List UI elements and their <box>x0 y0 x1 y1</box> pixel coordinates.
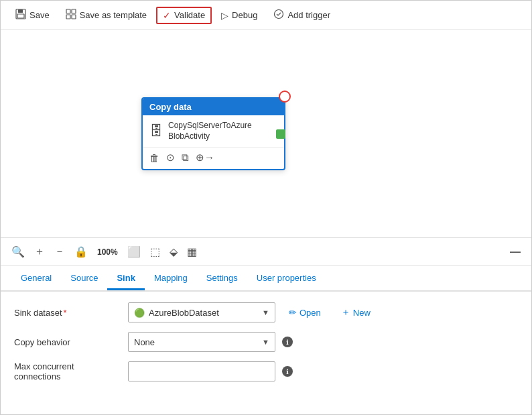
save-icon <box>15 9 26 21</box>
copy-behavior-select[interactable]: None ▼ <box>128 332 275 352</box>
sink-dataset-select[interactable]: 🟢 AzureBlobDataset ▼ <box>128 302 275 322</box>
grid-tool[interactable]: ▦ <box>187 245 197 258</box>
validate-label: Validate <box>174 10 205 20</box>
sink-dataset-value: AzureBlobDataset <box>149 308 219 318</box>
copy-behavior-dropdown-arrow: ▼ <box>262 338 269 346</box>
add-act-icon[interactable]: ⊕→ <box>196 152 214 164</box>
svg-rect-1 <box>18 9 23 13</box>
activity-body: 🗄 CopySqlServerToAzureBlobActivity <box>143 115 284 147</box>
tab-sink[interactable]: Sink <box>107 268 144 290</box>
copy-behavior-row: Copy behavior None ▼ ℹ <box>14 332 518 352</box>
copy-behavior-controls: None ▼ ℹ <box>128 332 518 352</box>
max-concurrent-label: Max concurrentconnections <box>14 361 128 381</box>
debug-icon: ▷ <box>221 10 228 21</box>
debug-label: Debug <box>232 10 257 20</box>
plus-icon: ＋ <box>341 306 350 318</box>
svg-rect-6 <box>72 15 76 19</box>
activity-node[interactable]: Copy data 🗄 CopySqlServerToAzureBlobActi… <box>141 97 285 170</box>
database-icon: 🗄 <box>149 123 163 139</box>
info-act-icon[interactable]: ⊙ <box>166 152 175 164</box>
max-concurrent-input[interactable] <box>128 361 275 381</box>
copy-behavior-info-icon[interactable]: ℹ <box>282 337 293 347</box>
max-concurrent-info-icon[interactable]: ℹ <box>282 366 293 377</box>
tab-user-properties[interactable]: User properties <box>247 268 326 290</box>
activity-name: CopySqlServerToAzureBlobActivity <box>168 121 252 141</box>
lock-tool[interactable]: 🔒 <box>74 245 88 258</box>
copy-act-icon[interactable]: ⧉ <box>182 152 189 164</box>
tab-mapping[interactable]: Mapping <box>145 268 197 290</box>
add-trigger-label: Add trigger <box>287 10 330 20</box>
add-trigger-button[interactable]: Add trigger <box>267 5 337 25</box>
svg-rect-4 <box>72 9 76 13</box>
sink-dataset-label: Sink dataset* <box>14 308 128 318</box>
validate-icon: ✓ <box>163 10 171 21</box>
pencil-icon: ✏ <box>289 307 297 318</box>
delete-icon[interactable]: 🗑 <box>149 152 159 164</box>
main-toolbar: Save Save as template ✓ Validate ▷ Debug… <box>1 1 531 30</box>
save-template-label: Save as template <box>80 10 147 20</box>
zoom-out-tool[interactable]: － <box>54 245 65 259</box>
new-button[interactable]: ＋ New <box>334 304 377 321</box>
dataset-icon: 🟢 <box>134 308 145 318</box>
tabs-container: General Source Sink Mapping Settings Use… <box>1 266 531 292</box>
copy-behavior-value: None <box>134 337 155 347</box>
save-template-button[interactable]: Save as template <box>59 5 153 25</box>
svg-rect-2 <box>17 14 24 18</box>
svg-rect-5 <box>66 15 70 19</box>
validate-button[interactable]: ✓ Validate <box>156 7 212 24</box>
sink-dataset-row: Sink dataset* 🟢 AzureBlobDataset ▼ ✏ Ope… <box>14 302 518 322</box>
save-template-icon <box>66 9 76 21</box>
dropdown-arrow-icon: ▼ <box>262 308 269 316</box>
svg-rect-3 <box>66 9 70 13</box>
arrange-tool[interactable]: ⬙ <box>170 245 178 258</box>
tab-general[interactable]: General <box>11 268 61 290</box>
canvas-toolbar: 🔍 ＋ － 🔒 100% ⬜ ⬚ ⬙ ▦ — <box>1 238 531 266</box>
activity-connector <box>276 129 285 139</box>
copy-behavior-label: Copy behavior <box>14 337 128 347</box>
tab-source[interactable]: Source <box>61 268 107 290</box>
save-label: Save <box>29 10 50 20</box>
open-button[interactable]: ✏ Open <box>282 304 328 320</box>
svg-point-7 <box>275 10 283 19</box>
tab-settings[interactable]: Settings <box>197 268 247 290</box>
activity-actions: 🗑 ⊙ ⧉ ⊕→ <box>143 147 284 169</box>
zoom-100-tool[interactable]: 100% <box>97 247 118 257</box>
select-tool[interactable]: ⬚ <box>150 245 160 258</box>
fit-tool[interactable]: ⬜ <box>127 245 141 258</box>
save-button[interactable]: Save <box>9 5 56 25</box>
search-tool[interactable]: 🔍 <box>11 245 25 258</box>
node-top-circle <box>279 91 291 103</box>
properties-panel: Sink dataset* 🟢 AzureBlobDataset ▼ ✏ Ope… <box>1 292 531 402</box>
sink-dataset-controls: 🟢 AzureBlobDataset ▼ ✏ Open ＋ New <box>128 302 518 322</box>
activity-header: Copy data <box>143 99 284 115</box>
canvas-area: Copy data 🗄 CopySqlServerToAzureBlobActi… <box>1 30 531 238</box>
max-concurrent-controls: ℹ <box>128 361 518 381</box>
debug-button[interactable]: ▷ Debug <box>214 7 264 24</box>
add-trigger-icon <box>273 9 284 21</box>
zoom-in-tool[interactable]: ＋ <box>34 245 45 259</box>
max-concurrent-row: Max concurrentconnections ℹ <box>14 361 518 381</box>
